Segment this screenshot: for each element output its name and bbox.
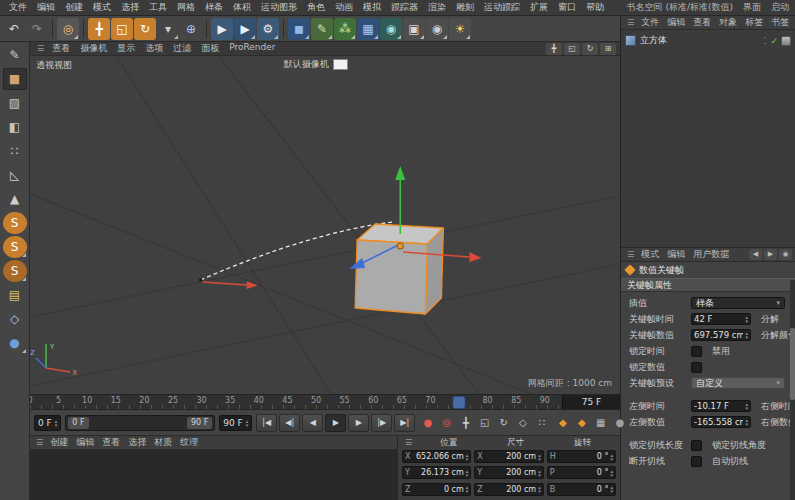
layout-select[interactable]: 启动 <box>771 1 789 14</box>
timeline-end-field[interactable]: 90 F <box>219 415 252 431</box>
scrollbar-thumb[interactable] <box>790 328 795 400</box>
attribute-panel-icon[interactable]: ☰ <box>624 250 637 259</box>
mograph-icon[interactable]: ⁂ <box>334 18 356 40</box>
camera-icon[interactable]: ◉ <box>426 18 448 40</box>
object-manager-menu-item-标签[interactable]: 标签 <box>741 16 767 29</box>
range-end-handle[interactable]: 90 F <box>187 417 212 429</box>
next-frame-button[interactable]: ▶ <box>348 414 369 432</box>
timeline-tick-35[interactable]: 35 <box>225 396 235 405</box>
light-icon[interactable]: ☀ <box>449 18 471 40</box>
menubar-item-选择[interactable]: 选择 <box>116 1 144 14</box>
attribute-manager-menu-item-用户数据[interactable]: 用户数据 <box>689 248 733 261</box>
attribute-manager-menu-item-模式[interactable]: 模式 <box>637 248 663 261</box>
timeline-tick-25[interactable]: 25 <box>168 396 178 405</box>
stepper-arrows[interactable] <box>610 469 613 477</box>
preview-range-slider[interactable]: 0 F 90 F <box>65 415 215 431</box>
stepper-arrows[interactable] <box>538 469 541 477</box>
timeline-tick-65[interactable]: 65 <box>397 396 407 405</box>
timeline-tick-40[interactable]: 40 <box>254 396 264 405</box>
material-menu-item-创建[interactable]: 创建 <box>46 436 72 449</box>
object-manager-menu-item-查看[interactable]: 查看 <box>689 16 715 29</box>
stepper-arrows[interactable] <box>745 315 748 323</box>
left-time-field[interactable]: -10.17 F <box>691 400 751 412</box>
menubar-item-网格[interactable]: 网格 <box>172 1 200 14</box>
menubar-item-体积[interactable]: 体积 <box>228 1 256 14</box>
stepper-arrows[interactable] <box>610 453 613 461</box>
object-row-cube[interactable]: 立方体 ⁚ ✓ <box>623 33 793 48</box>
timeline-tick-80[interactable]: 80 <box>483 396 493 405</box>
primitive-cube-icon[interactable]: ◼ <box>288 18 310 40</box>
snap-modes-icon[interactable]: S <box>3 236 27 258</box>
menubar-item-跟踪器[interactable]: 跟踪器 <box>386 1 423 14</box>
menubar-item-模拟[interactable]: 模拟 <box>358 1 386 14</box>
viewport-menu-item-ProRender[interactable]: ProRender <box>224 42 280 55</box>
viewport-menu-item-过滤[interactable]: 过滤 <box>168 42 196 55</box>
history-back-icon[interactable]: ◀ <box>749 249 762 260</box>
lock-tangent-length-checkbox[interactable] <box>691 440 702 451</box>
timeline-tick-5[interactable]: 5 <box>56 396 61 405</box>
quantize-icon[interactable]: S <box>3 260 27 282</box>
viewport-panel-icon[interactable]: ☰ <box>34 44 47 53</box>
gizmo-center[interactable] <box>397 243 403 249</box>
render-picture-viewer-icon[interactable]: ▶ <box>234 18 256 40</box>
timeline-tick-0[interactable]: 0 <box>30 396 33 405</box>
key-time-field[interactable]: 42 F <box>691 313 751 325</box>
volume-icon[interactable]: ▦ <box>357 18 379 40</box>
keyframe-presets-icon[interactable]: ◆ <box>554 415 571 430</box>
enabled-check-icon[interactable]: ✓ <box>770 36 778 46</box>
material-menu-item-选择[interactable]: 选择 <box>124 436 150 449</box>
stepper-arrows[interactable] <box>745 402 748 410</box>
edges-mode-icon[interactable]: ◺ <box>3 164 27 186</box>
autokey-button[interactable]: ◎ <box>438 415 455 430</box>
toggle-views-icon[interactable]: ⊞ <box>600 43 616 55</box>
stepper-arrows[interactable] <box>745 331 748 339</box>
stepper-arrows[interactable] <box>466 485 469 493</box>
timeline-tick-20[interactable]: 20 <box>139 396 149 405</box>
texture-mode-icon[interactable]: ▨ <box>3 92 27 114</box>
camera-label-group[interactable]: 默认摄像机 <box>284 58 348 71</box>
zoom-view-icon[interactable]: ◱ <box>564 43 580 55</box>
render-settings-icon[interactable]: ⚙ <box>257 18 279 40</box>
pan-view-icon[interactable]: ╋ <box>546 43 562 55</box>
history-forward-icon[interactable]: ▶ <box>764 249 777 260</box>
menubar-item-编辑[interactable]: 编辑 <box>32 1 60 14</box>
lock-time-checkbox[interactable] <box>691 346 702 357</box>
viewport-menu-item-摄像机[interactable]: 摄像机 <box>75 42 112 55</box>
menubar-item-运动跟踪[interactable]: 运动跟踪 <box>479 1 525 14</box>
break-tangent-checkbox[interactable] <box>691 456 702 467</box>
record-pla-toggle[interactable]: ∷ <box>533 415 550 430</box>
rotate-view-icon[interactable]: ↻ <box>582 43 598 55</box>
spline-pen-icon[interactable]: ✎ <box>311 18 333 40</box>
left-value-field[interactable]: -165.558 cm <box>691 416 751 428</box>
stepper-arrows[interactable] <box>745 418 748 426</box>
timeline-tick-85[interactable]: 85 <box>511 396 521 405</box>
move-tool-icon[interactable]: ╋ <box>88 18 110 40</box>
record-parameter-toggle[interactable]: ◇ <box>514 415 531 430</box>
workspace-label[interactable]: 书名空间 (标准/标准(数值) <box>627 1 733 14</box>
material-menu-item-查看[interactable]: 查看 <box>98 436 124 449</box>
menubar-item-样条[interactable]: 样条 <box>200 1 228 14</box>
coordinate-field-尺寸-X[interactable]: X200 cm <box>474 450 543 463</box>
undo-icon[interactable]: ↶ <box>3 18 25 40</box>
timeline-ticks[interactable]: 051015202530354045505560657075808590 <box>30 395 562 409</box>
perspective-viewport[interactable]: Y X Z 透视视图 默认摄像机 网格间距 : 1000 cm <box>30 56 620 394</box>
model-mode-icon[interactable]: ■ <box>3 68 27 90</box>
menubar-item-运动图形[interactable]: 运动图形 <box>256 1 302 14</box>
view-label[interactable]: 透视视图 <box>36 59 72 72</box>
live-selection-icon[interactable]: ◎ <box>57 18 79 40</box>
redo-icon[interactable]: ↷ <box>26 18 48 40</box>
viewport-menu-item-面板[interactable]: 面板 <box>196 42 224 55</box>
attribute-scrollbar[interactable] <box>790 280 795 500</box>
timeline-tick-30[interactable]: 30 <box>197 396 207 405</box>
current-frame-field[interactable]: 75 F <box>562 395 620 409</box>
viewport-menu-item-查看[interactable]: 查看 <box>47 42 75 55</box>
interface-menu[interactable]: 界面 <box>743 1 761 14</box>
viewport-menu-item-显示[interactable]: 显示 <box>112 42 140 55</box>
attribute-manager-menu-item-编辑[interactable]: 编辑 <box>663 248 689 261</box>
material-menu-item-材质[interactable]: 材质 <box>150 436 176 449</box>
menubar-item-渲染[interactable]: 渲染 <box>423 1 451 14</box>
menubar-item-角色[interactable]: 角色 <box>302 1 330 14</box>
object-manager-menu-item-书签[interactable]: 书签 <box>767 16 793 29</box>
visibility-dots-icon[interactable]: ⁚ <box>764 36 768 46</box>
timeline-tick-10[interactable]: 10 <box>82 396 92 405</box>
